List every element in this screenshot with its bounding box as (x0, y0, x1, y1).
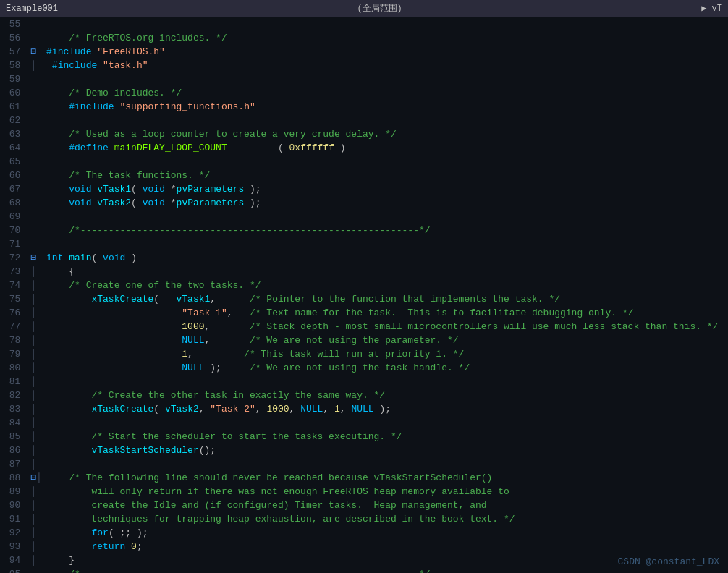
table-row: 56 /* FreeRTOS.org includes. */ (0, 31, 728, 45)
table-row: 87│ (0, 457, 728, 471)
fold-indicator[interactable]: │ (29, 292, 43, 306)
code-line: for( ;; ); (43, 526, 728, 540)
fold-indicator[interactable]: │ (29, 279, 43, 292)
code-line: void vTask1( void *pvParameters ); (43, 182, 728, 196)
line-number: 60 (0, 86, 29, 100)
table-row: 66 /* The task functions. */ (0, 169, 728, 182)
line-number: 81 (0, 375, 29, 389)
table-row: 62 (0, 114, 728, 127)
fold-indicator[interactable] (29, 127, 43, 141)
fold-indicator[interactable]: │ (29, 59, 43, 72)
fold-indicator[interactable]: ⊟ (29, 251, 43, 265)
table-row: 57⊟#include "FreeRTOS.h" (0, 45, 728, 59)
code-line (43, 210, 728, 224)
code-line: int main( void ) (43, 251, 728, 265)
table-row: 65 (0, 155, 728, 169)
fold-indicator[interactable] (29, 17, 43, 31)
fold-indicator[interactable] (29, 72, 43, 86)
table-row: 81│ (0, 375, 728, 389)
code-line: "Task 1", /* Text name for the task. Thi… (43, 306, 728, 320)
code-line (43, 155, 728, 169)
fold-indicator[interactable]: │ (29, 512, 43, 526)
table-row: 90│ create the Idle and (if configured) … (0, 498, 728, 512)
fold-indicator[interactable] (29, 237, 43, 251)
fold-indicator[interactable]: │ (29, 361, 43, 375)
code-line: NULL, /* We are not using the parameter.… (43, 334, 728, 347)
fold-indicator[interactable] (29, 182, 43, 196)
code-line: xTaskCreate( vTask1, /* Pointer to the f… (43, 292, 728, 306)
fold-indicator[interactable] (29, 141, 43, 155)
table-row: 77│ 1000, /* Stack depth - most small mi… (0, 320, 728, 334)
table-row: 55 (0, 17, 728, 31)
table-row: 76│ "Task 1", /* Text name for the task.… (0, 306, 728, 320)
code-editor[interactable]: 5556 /* FreeRTOS.org includes. */57⊟#inc… (0, 17, 728, 573)
code-line: vTaskStartScheduler(); (43, 443, 728, 457)
code-line: create the Idle and (if configured) Time… (43, 498, 728, 512)
table-row: 89│ will only return if there was not en… (0, 485, 728, 498)
code-line: /* Used as a loop counter to create a ve… (43, 127, 728, 141)
fold-indicator[interactable]: │ (29, 430, 43, 443)
fold-indicator[interactable]: │ (29, 526, 43, 540)
fold-indicator[interactable]: │ (29, 347, 43, 361)
line-number: 67 (0, 182, 29, 196)
code-line: void vTask2( void *pvParameters ); (43, 196, 728, 210)
line-number: 93 (0, 540, 29, 553)
table-row: 70 /*-----------------------------------… (0, 224, 728, 237)
line-number: 85 (0, 430, 29, 443)
line-number: 56 (0, 31, 29, 45)
code-line: /*--------------------------------------… (43, 567, 728, 573)
fold-indicator[interactable]: │ (29, 402, 43, 416)
fold-indicator[interactable]: │ (29, 375, 43, 389)
fold-indicator[interactable]: │ (29, 320, 43, 334)
table-row: 60 /* Demo includes. */ (0, 86, 728, 100)
fold-indicator[interactable]: │ (29, 485, 43, 498)
table-row: 59 (0, 72, 728, 86)
fold-indicator[interactable] (29, 567, 43, 573)
fold-indicator[interactable]: │ (29, 443, 43, 457)
fold-indicator[interactable]: │ (29, 540, 43, 553)
line-number: 72 (0, 251, 29, 265)
fold-indicator[interactable] (29, 155, 43, 169)
code-line: /*--------------------------------------… (43, 224, 728, 237)
code-line: #define mainDELAY_LOOP_COUNT ( 0xffffff … (43, 141, 728, 155)
table-row: 61 #include "supporting_functions.h" (0, 100, 728, 114)
table-row: 79│ 1, /* This task will run at priority… (0, 347, 728, 361)
line-number: 90 (0, 498, 29, 512)
fold-indicator[interactable] (29, 114, 43, 127)
fold-indicator[interactable] (29, 196, 43, 210)
line-number: 79 (0, 347, 29, 361)
code-line (43, 457, 728, 471)
fold-indicator[interactable]: │ (29, 457, 43, 471)
line-number: 71 (0, 237, 29, 251)
code-line (43, 416, 728, 430)
fold-indicator[interactable] (29, 31, 43, 45)
table-row: 73│ { (0, 265, 728, 279)
fold-indicator[interactable]: ⊟ (29, 45, 43, 59)
fold-indicator[interactable]: │ (29, 265, 43, 279)
fold-indicator[interactable]: │ (29, 389, 43, 402)
fold-indicator[interactable]: │ (29, 416, 43, 430)
table-row: 72⊟int main( void ) (0, 251, 728, 265)
table-row: 80│ NULL ); /* We are not using the task… (0, 361, 728, 375)
fold-indicator[interactable] (29, 86, 43, 100)
fold-indicator[interactable]: │ (29, 498, 43, 512)
code-line: NULL ); /* We are not using the task han… (43, 361, 728, 375)
line-number: 59 (0, 72, 29, 86)
fold-indicator[interactable] (29, 169, 43, 182)
fold-indicator[interactable] (29, 224, 43, 237)
line-number: 63 (0, 127, 29, 141)
line-number: 88 (0, 471, 29, 485)
fold-indicator[interactable]: ⊟│ (29, 471, 43, 485)
line-number: 95 (0, 567, 29, 573)
fold-indicator[interactable]: │ (29, 306, 43, 320)
table-row: 75│ xTaskCreate( vTask1, /* Pointer to t… (0, 292, 728, 306)
table-row: 63 /* Used as a loop counter to create a… (0, 127, 728, 141)
fold-indicator[interactable]: │ (29, 334, 43, 347)
fold-indicator[interactable] (29, 100, 43, 114)
code-line (43, 375, 728, 389)
line-number: 64 (0, 141, 29, 155)
code-line (43, 237, 728, 251)
fold-indicator[interactable] (29, 210, 43, 224)
fold-indicator[interactable]: │ (29, 553, 43, 567)
line-number: 75 (0, 292, 29, 306)
